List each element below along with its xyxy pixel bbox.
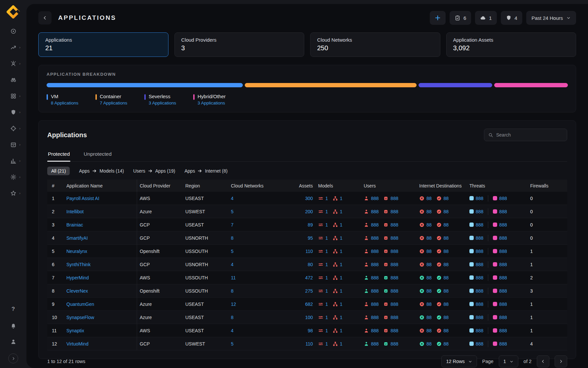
threats-pink-count[interactable]: 888 — [499, 262, 507, 267]
assets-link[interactable]: 110 — [306, 341, 313, 347]
human-users-metric-count[interactable]: 888 — [371, 196, 379, 201]
machine-users-metric-count[interactable]: 888 — [390, 302, 398, 307]
machine-users-metric-count[interactable]: 888 — [390, 275, 398, 280]
blocked-destinations-metric-count[interactable]: 88 — [426, 341, 432, 347]
model-metric-count[interactable]: 1 — [325, 302, 328, 307]
tab-protected[interactable]: Protected — [47, 148, 70, 161]
model-hierarchy-metric-count[interactable]: 1 — [340, 222, 343, 227]
allowed-destinations-metric-count[interactable]: 88 — [444, 196, 449, 201]
cloud-networks-link[interactable]: 8 — [231, 288, 234, 294]
page-select[interactable]: 1 — [499, 355, 518, 367]
blocked-destinations-metric-count[interactable]: 88 — [426, 222, 432, 227]
human-users-metric-count[interactable]: 888 — [371, 222, 379, 227]
assets-link[interactable]: 472 — [305, 275, 313, 280]
machine-users-metric-count[interactable]: 888 — [390, 249, 398, 254]
allowed-destinations-metric-count[interactable]: 88 — [444, 249, 449, 254]
threats-blue-count[interactable]: 888 — [476, 235, 483, 241]
sidebar-item-bell[interactable] — [6, 321, 21, 330]
sidebar-item-shield[interactable]: › — [6, 107, 21, 117]
filter-chip-all[interactable]: All (21) — [47, 167, 70, 175]
application-name-link[interactable]: QuantumGen — [66, 302, 94, 307]
model-metric-count[interactable]: 1 — [325, 341, 328, 347]
filter-chip-users-apps-19-[interactable]: UsersApps (19) — [133, 168, 175, 174]
blocked-destinations-metric-count[interactable]: 88 — [426, 196, 432, 201]
search-input[interactable] — [496, 132, 563, 138]
machine-users-metric-count[interactable]: 888 — [390, 262, 398, 267]
assets-link[interactable]: 98 — [308, 328, 313, 333]
assets-link[interactable]: 80 — [308, 262, 313, 267]
model-metric-count[interactable]: 1 — [325, 262, 328, 267]
threats-pink-count[interactable]: 888 — [499, 315, 507, 320]
summary-card-applications[interactable]: Applications21 — [38, 32, 168, 57]
legend-count-link[interactable]: 3 Applications — [149, 101, 176, 105]
threats-blue-count[interactable]: 888 — [476, 222, 483, 227]
column-header-region[interactable]: Region — [183, 183, 228, 188]
machine-users-metric-count[interactable]: 888 — [390, 288, 398, 294]
time-range-dropdown[interactable]: Past 24 Hours — [526, 11, 576, 25]
application-name-link[interactable]: SynapseFlow — [66, 315, 94, 320]
sidebar-item-radar[interactable] — [6, 26, 21, 36]
assets-link[interactable]: 89 — [308, 222, 313, 227]
human-users-metric-count[interactable]: 888 — [371, 249, 379, 254]
column-header-users[interactable]: Users — [361, 183, 417, 188]
human-users-metric-count[interactable]: 888 — [371, 262, 379, 267]
application-name-link[interactable]: VirtuoMind — [66, 341, 89, 347]
filter-chip-apps-internet-8-[interactable]: AppsInternet (8) — [184, 168, 227, 174]
cloud-networks-link[interactable]: 7 — [231, 222, 234, 227]
cloud-networks-link[interactable]: 8 — [231, 315, 234, 320]
assets-link[interactable]: 275 — [305, 288, 313, 294]
application-name-link[interactable]: Payroll Assist AI — [66, 196, 99, 201]
filter-chip-apps-models-14-[interactable]: AppsModels (14) — [79, 168, 124, 174]
machine-users-metric-count[interactable]: 888 — [390, 222, 398, 227]
model-hierarchy-metric-count[interactable]: 1 — [340, 249, 343, 254]
blocked-destinations-metric-count[interactable]: 88 — [426, 249, 432, 254]
allowed-destinations-metric-count[interactable]: 88 — [444, 302, 449, 307]
human-users-metric-count[interactable]: 888 — [371, 341, 379, 347]
column-header-firewalls[interactable]: Firewalls — [526, 183, 567, 188]
threats-pink-count[interactable]: 888 — [499, 302, 507, 307]
model-hierarchy-metric-count[interactable]: 1 — [340, 315, 343, 320]
model-hierarchy-metric-count[interactable]: 1 — [340, 288, 343, 294]
assets-link[interactable]: 200 — [305, 209, 313, 214]
summary-card-cloud-networks[interactable]: Cloud Networks250 — [310, 32, 440, 57]
model-hierarchy-metric-count[interactable]: 1 — [340, 341, 343, 347]
machine-users-metric-count[interactable]: 888 — [390, 235, 398, 241]
allowed-destinations-metric-count[interactable]: 88 — [444, 328, 449, 333]
threats-pink-count[interactable]: 888 — [499, 249, 507, 254]
cloud-networks-link[interactable]: 5 — [231, 209, 234, 214]
cloud-networks-link[interactable]: 5 — [231, 341, 234, 347]
threats-blue-count[interactable]: 888 — [476, 196, 483, 201]
model-hierarchy-metric-count[interactable]: 1 — [340, 262, 343, 267]
search-box[interactable] — [484, 129, 567, 141]
application-name-link[interactable]: Brainiac — [66, 222, 83, 227]
cloud-networks-link[interactable]: 4 — [231, 196, 234, 201]
sidebar-item-box[interactable]: › — [6, 140, 21, 149]
column-header-internet-destinations[interactable]: Internet Destinations — [417, 183, 467, 188]
column-header-application-name[interactable]: Application Name — [64, 180, 137, 192]
sidebar-item-gear[interactable]: › — [6, 172, 21, 182]
assets-link[interactable]: 300 — [305, 196, 313, 201]
allowed-destinations-metric-count[interactable]: 88 — [444, 315, 449, 320]
application-name-link[interactable]: HyperMind — [66, 275, 89, 280]
next-page-button[interactable] — [555, 355, 567, 367]
allowed-destinations-metric-count[interactable]: 88 — [444, 209, 449, 214]
threats-blue-count[interactable]: 888 — [476, 275, 483, 280]
human-users-metric-count[interactable]: 888 — [371, 315, 379, 320]
rows-per-page-select[interactable]: 12 Rows — [441, 355, 477, 367]
human-users-metric-count[interactable]: 888 — [371, 209, 379, 214]
application-name-link[interactable]: Neuralynx — [66, 249, 87, 254]
model-metric-count[interactable]: 1 — [325, 275, 328, 280]
sidebar-item-crosshair[interactable]: › — [6, 124, 21, 133]
legend-count-link[interactable]: 8 Applications — [51, 101, 78, 105]
sidebar-item-bar-chart[interactable]: › — [6, 156, 21, 165]
human-users-metric-count[interactable]: 888 — [371, 288, 379, 294]
assets-link[interactable]: 682 — [305, 302, 313, 307]
threats-blue-count[interactable]: 888 — [476, 315, 483, 320]
blocked-destinations-metric-count[interactable]: 88 — [426, 328, 432, 333]
sidebar-item-binoculars[interactable] — [6, 75, 21, 84]
application-name-link[interactable]: CleverNex — [66, 288, 88, 294]
sidebar-item-grid[interactable]: › — [6, 91, 21, 101]
blocked-destinations-metric-count[interactable]: 88 — [426, 288, 432, 294]
add-button[interactable] — [430, 11, 446, 25]
allowed-destinations-metric-count[interactable]: 88 — [444, 262, 449, 267]
